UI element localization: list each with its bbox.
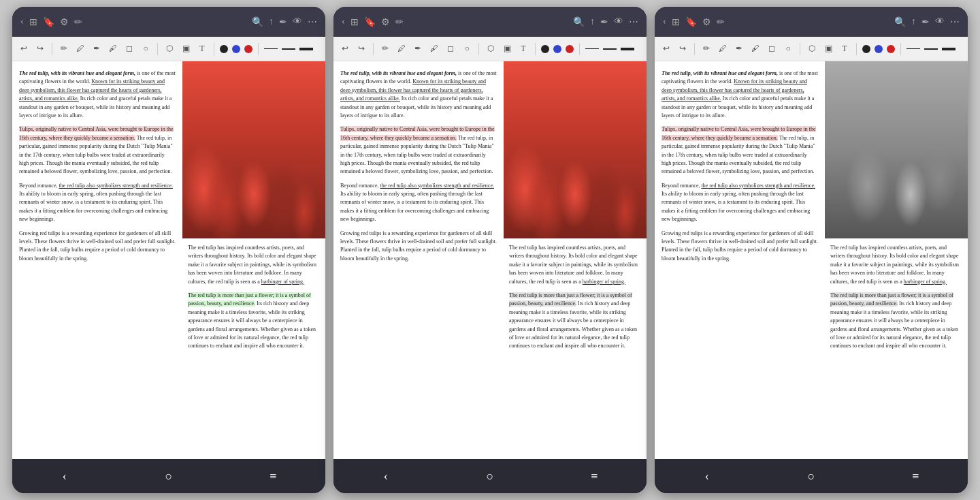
lasso-btn-2[interactable]: ○	[461, 43, 473, 55]
image-btn-3[interactable]: ▣	[822, 43, 834, 55]
shapes-btn[interactable]: ⬡	[163, 43, 176, 55]
toolbar-2: ↩ ↪ ✏ 🖊 ✒ 🖋 ◻ ○ ⬡ ▣ T	[333, 37, 647, 61]
top-bar-3: ‹ ⊞ 🔖 ⚙ ✏ 🔍 ↑ ✒ 👁 ⋯	[655, 7, 968, 37]
back-nav-2[interactable]: ‹	[372, 463, 399, 490]
line-thin-3[interactable]	[906, 48, 920, 49]
settings-icon[interactable]: ⚙	[60, 16, 69, 28]
highlighter-btn[interactable]: ✒	[91, 43, 103, 55]
line-medium-3[interactable]	[924, 48, 938, 50]
bookmark-icon[interactable]: 🔖	[43, 16, 54, 28]
line-thick-3[interactable]	[942, 48, 956, 50]
tulip-image-top-2	[504, 61, 647, 238]
home-nav-3[interactable]: ○	[798, 463, 825, 490]
color-blue[interactable]	[232, 45, 240, 53]
view-icon-3[interactable]: 👁	[935, 16, 945, 27]
highlighter-btn-2[interactable]: ✒	[412, 43, 424, 55]
bookmark-icon-2[interactable]: 🔖	[364, 16, 376, 28]
eraser-btn[interactable]: ◻	[123, 43, 135, 55]
text-btn-2[interactable]: T	[517, 43, 529, 55]
eraser-btn-2[interactable]: ◻	[444, 43, 457, 55]
view-icon[interactable]: 👁	[293, 16, 302, 27]
line-thick[interactable]	[299, 48, 313, 50]
devices-container: ‹ ⊞ 🔖 ⚙ ✏ 🔍 ↑ ✒ 👁 ⋯ ↩ ↪ ✏ 🖊 ✒ 🖋 ◻ ○	[5, 0, 975, 500]
divider-3-2	[800, 43, 800, 55]
home-nav-1[interactable]: ○	[155, 463, 182, 490]
back-icon[interactable]: ‹	[20, 16, 24, 27]
pen-icon-3[interactable]: ✒	[921, 16, 930, 28]
marker-btn[interactable]: 🖊	[74, 43, 86, 55]
line-medium[interactable]	[282, 48, 295, 50]
lasso-btn[interactable]: ○	[140, 43, 152, 55]
line-thick-2[interactable]	[621, 48, 634, 50]
shapes-btn-2[interactable]: ⬡	[485, 43, 497, 55]
marker-btn-3[interactable]: 🖊	[717, 43, 729, 55]
eraser-btn-3[interactable]: ◻	[766, 43, 778, 55]
pen-btn-3[interactable]: 🖋	[749, 43, 762, 55]
undo-btn[interactable]: ↩	[18, 43, 30, 55]
redo-btn[interactable]: ↪	[34, 43, 46, 55]
redo-btn-2[interactable]: ↪	[355, 43, 368, 55]
back-nav-3[interactable]: ‹	[693, 463, 721, 490]
bookmark-icon-3[interactable]: 🔖	[685, 16, 697, 28]
pen-btn[interactable]: 🖋	[107, 43, 119, 55]
back-icon-3[interactable]: ‹	[663, 16, 666, 27]
edit-icon[interactable]: ✏	[74, 16, 82, 28]
edit-icon-3[interactable]: ✏	[717, 16, 725, 28]
more-icon[interactable]: ⋯	[308, 16, 317, 28]
pencil-btn[interactable]: ✏	[58, 43, 70, 55]
undo-btn-2[interactable]: ↩	[339, 43, 351, 55]
menu-nav-1[interactable]: ≡	[259, 463, 287, 490]
image-btn-2[interactable]: ▣	[501, 43, 513, 55]
grid-icon-2[interactable]: ⊞	[350, 16, 359, 28]
grid-icon-3[interactable]: ⊞	[672, 16, 680, 28]
settings-icon-2[interactable]: ⚙	[381, 16, 390, 28]
menu-nav-2[interactable]: ≡	[581, 463, 608, 490]
pen-btn-2[interactable]: 🖋	[428, 43, 440, 55]
tulip-image-top-1	[182, 61, 325, 238]
share-icon-3[interactable]: ↑	[911, 16, 916, 27]
zoom-icon-3[interactable]: 🔍	[894, 16, 906, 28]
edit-icon-2[interactable]: ✏	[395, 16, 404, 28]
pen-icon[interactable]: ✒	[279, 16, 287, 28]
color-black-3[interactable]	[862, 45, 870, 53]
share-icon-2[interactable]: ↑	[590, 16, 595, 27]
pencil-btn-2[interactable]: ✏	[379, 43, 391, 55]
highlighter-btn-3[interactable]: ✒	[733, 43, 745, 55]
line-thin[interactable]	[264, 48, 278, 49]
marker-btn-2[interactable]: 🖊	[395, 43, 408, 55]
pencil-btn-3[interactable]: ✏	[700, 43, 713, 55]
zoom-icon[interactable]: 🔍	[252, 16, 263, 28]
text-2-grow: Growing red tulips is a rewarding experi…	[340, 230, 497, 262]
color-black[interactable]	[220, 45, 228, 53]
divider-3-1	[694, 43, 695, 55]
share-icon[interactable]: ↑	[269, 16, 274, 27]
bold-text-3: The red tulip, with its vibrant hue and …	[662, 70, 778, 76]
line-medium-2[interactable]	[603, 48, 617, 50]
more-icon-2[interactable]: ⋯	[629, 16, 638, 28]
color-black-2[interactable]	[541, 45, 549, 53]
back-nav-1[interactable]: ‹	[51, 463, 78, 490]
text-btn-3[interactable]: T	[838, 43, 851, 55]
color-red[interactable]	[244, 45, 252, 53]
color-red-3[interactable]	[887, 45, 895, 53]
view-icon-2[interactable]: 👁	[614, 16, 623, 27]
pen-icon-2[interactable]: ✒	[600, 16, 608, 28]
color-blue-2[interactable]	[553, 45, 561, 53]
lasso-btn-3[interactable]: ○	[782, 43, 794, 55]
line-thin-2[interactable]	[585, 48, 599, 49]
home-nav-2[interactable]: ○	[476, 463, 504, 490]
more-icon-3[interactable]: ⋯	[950, 16, 960, 28]
zoom-icon-2[interactable]: 🔍	[573, 16, 585, 28]
grid-icon[interactable]: ⊞	[29, 16, 37, 28]
menu-nav-3[interactable]: ≡	[902, 463, 929, 490]
color-red-2[interactable]	[566, 45, 574, 53]
undo-btn-3[interactable]: ↩	[660, 43, 672, 55]
color-blue-3[interactable]	[875, 45, 883, 53]
image-btn[interactable]: ▣	[180, 43, 192, 55]
image-caption-3: The red tulip has inspired countless art…	[825, 238, 968, 362]
redo-btn-3[interactable]: ↪	[676, 43, 689, 55]
shapes-btn-3[interactable]: ⬡	[806, 43, 818, 55]
settings-icon-3[interactable]: ⚙	[702, 16, 711, 28]
back-icon-2[interactable]: ‹	[342, 16, 345, 27]
text-btn[interactable]: T	[196, 43, 208, 55]
